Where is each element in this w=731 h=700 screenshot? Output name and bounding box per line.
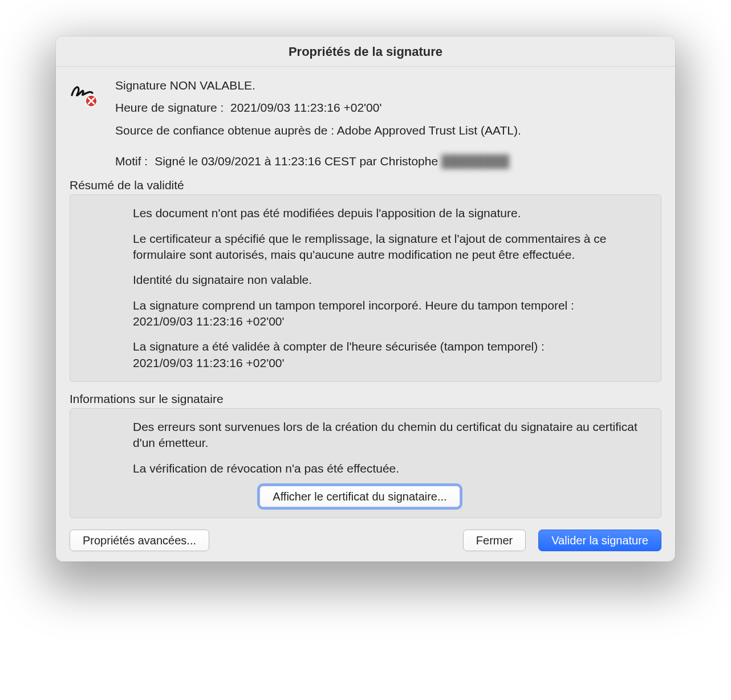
title-bar: Propriétés de la signature [56, 36, 675, 67]
dialog-title: Propriétés de la signature [56, 44, 675, 59]
validate-signature-button[interactable]: Valider la signature [538, 530, 661, 551]
validity-p5: La signature a été validée à compter de … [133, 339, 649, 371]
show-certificate-button[interactable]: Afficher le certificat du signataire... [259, 486, 460, 507]
validity-p4: La signature comprend un tampon temporel… [133, 298, 649, 330]
validity-heading: Résumé de la validité [70, 178, 661, 192]
signature-time-value: 2021/09/03 11:23:16 +02'00' [230, 101, 382, 114]
close-button[interactable]: Fermer [463, 530, 526, 551]
motif-label: Motif : [115, 154, 148, 168]
motif-row: Motif : Signé le 03/09/2021 à 11:23:16 C… [115, 154, 661, 168]
dialog-footer: Propriétés avancées... Fermer Valider la… [70, 530, 661, 551]
signer-p1: Des erreurs sont survenues lors de la cr… [133, 419, 649, 451]
motif-value: Signé le 03/09/2021 à 11:23:16 CEST par … [155, 154, 438, 168]
signature-status: Signature NON VALABLE. [115, 77, 661, 93]
trust-source: Source de confiance obtenue auprès de : … [115, 122, 661, 139]
signer-p2: La vérification de révocation n'a pas ét… [133, 461, 649, 477]
summary-text: Signature NON VALABLE. Heure de signatur… [115, 77, 661, 144]
signature-invalid-icon [70, 77, 103, 144]
signature-time: Heure de signature : 2021/09/03 11:23:16… [115, 99, 661, 116]
signer-panel: Des erreurs sont survenues lors de la cr… [70, 408, 661, 518]
dialog-content: Signature NON VALABLE. Heure de signatur… [56, 67, 675, 561]
motif-redacted: ████████ [441, 154, 509, 168]
advanced-properties-button[interactable]: Propriétés avancées... [70, 530, 209, 551]
validity-p1: Les document n'ont pas été modifiées dep… [133, 205, 649, 221]
summary-header: Signature NON VALABLE. Heure de signatur… [70, 77, 661, 144]
signature-properties-dialog: Propriétés de la signature Signature NON… [56, 36, 675, 561]
validity-p2: Le certificateur a spécifié que le rempl… [133, 231, 649, 263]
validity-panel: Les document n'ont pas été modifiées dep… [70, 194, 661, 382]
signature-time-label: Heure de signature : [115, 101, 224, 114]
signer-heading: Informations sur le signataire [70, 392, 661, 406]
validity-p3: Identité du signataire non valable. [133, 272, 649, 288]
